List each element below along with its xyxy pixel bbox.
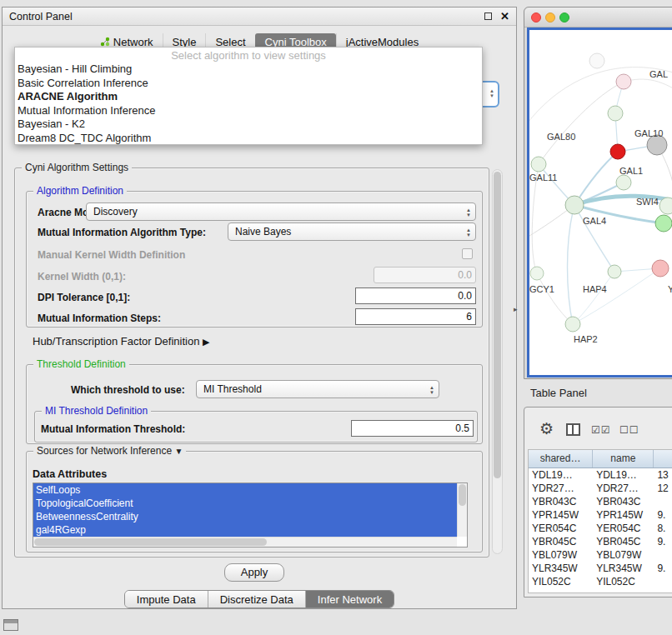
column-header-name[interactable]: name	[593, 450, 654, 468]
mi-threshold-field[interactable]	[351, 420, 474, 437]
table-row[interactable]: YIL052CYIL052C	[529, 575, 672, 588]
table-row[interactable]: YBR045CYBR045C9.	[529, 535, 672, 548]
table-row[interactable]: YDL19…YDL19…13	[529, 468, 672, 482]
network-node[interactable]	[655, 215, 672, 232]
table-cell: YLR345W	[529, 562, 593, 575]
table-row[interactable]: YLR345WYLR345W9.	[529, 562, 672, 575]
table-cell: YDL19…	[529, 468, 593, 482]
network-node-label: GCY1	[529, 284, 554, 294]
column-header-shared-name[interactable]: shared…	[529, 450, 593, 468]
combo-arrows-icon: ▲▼	[489, 88, 494, 98]
network-edge[interactable]	[574, 205, 614, 272]
table-row[interactable]: YPR145WYPR145W9.	[529, 508, 672, 522]
control-panel-titlebar[interactable]: Control Panel ✕	[3, 8, 516, 26]
table-cell	[654, 575, 672, 588]
algorithm-option[interactable]: Bayesian - K2	[15, 118, 482, 132]
combo-value: Discovery	[93, 206, 138, 218]
network-node[interactable]	[565, 317, 580, 332]
apply-button[interactable]: Apply	[224, 563, 284, 582]
network-node[interactable]	[616, 175, 631, 190]
sources-toggle[interactable]: Sources for Network Inference ▼	[33, 445, 186, 458]
table-row[interactable]: YBL079WYBL079W	[529, 548, 672, 562]
table-cell: YBL079W	[593, 548, 654, 562]
network-node-label: HAP4	[583, 284, 607, 294]
network-window-titlebar[interactable]	[524, 8, 672, 28]
network-node[interactable]	[608, 265, 621, 278]
minimize-traffic-light-icon[interactable]	[545, 12, 555, 22]
minimized-panel-icon[interactable]	[3, 619, 18, 631]
gear-icon[interactable]: ⚙	[539, 421, 554, 438]
table-cell	[654, 495, 672, 508]
network-node[interactable]	[608, 106, 623, 121]
table-row[interactable]: YER054CYER054C8.	[529, 522, 672, 535]
algorithm-option[interactable]: Basic Correlation Inference	[15, 77, 482, 91]
table-cell: YBR043C	[529, 495, 593, 508]
network-node[interactable]	[659, 198, 672, 214]
zoom-traffic-light-icon[interactable]	[559, 12, 569, 22]
network-node[interactable]	[652, 260, 669, 277]
table-cell: YPR145W	[593, 508, 654, 522]
table-cell: 9.	[654, 562, 672, 575]
clear-selection-icon[interactable]: ☐☐	[619, 424, 639, 436]
network-node-label: GAL11	[529, 172, 557, 182]
kernel-width-field[interactable]	[374, 267, 476, 283]
network-edge[interactable]	[568, 205, 575, 324]
float-window-icon[interactable]	[484, 12, 492, 20]
network-node[interactable]	[616, 74, 631, 89]
which-threshold-label: Which threshold to use:	[71, 384, 185, 396]
attribute-item-selected[interactable]: BetweennessCentrality	[33, 510, 457, 523]
select-all-icon[interactable]: ☑☑	[591, 424, 611, 436]
network-node-label: GAL1	[619, 166, 643, 176]
attribute-item-selected[interactable]: gal4RGexp	[33, 523, 457, 537]
manual-kernel-checkbox[interactable]	[462, 248, 473, 259]
algorithm-option[interactable]: Bayesian - Hill Climbing	[15, 62, 482, 77]
network-node-label: Y	[668, 284, 672, 294]
manual-kernel-label: Manual Kernel Width Definition	[38, 249, 185, 261]
table-cell: YDR27…	[529, 482, 593, 495]
table-row[interactable]: YDR27…YDR27…12	[529, 482, 672, 495]
network-node[interactable]	[530, 267, 544, 280]
table-row[interactable]: YBR043CYBR043C	[529, 495, 672, 508]
table-cell	[654, 548, 672, 562]
table-cell: 8.	[654, 522, 672, 535]
settings-scrollbar[interactable]	[492, 169, 503, 554]
table-panel-title: Table Panel	[530, 387, 587, 399]
algorithm-option[interactable]: Mutual Information Inference	[15, 104, 482, 118]
table-cell: YER054C	[593, 522, 654, 535]
network-edge[interactable]	[573, 272, 614, 324]
scrollbar-thumb[interactable]	[459, 484, 466, 506]
algorithm-option-selected[interactable]: ARACNE Algorithm	[15, 90, 482, 104]
network-node[interactable]	[531, 157, 546, 172]
mi-steps-field[interactable]	[355, 308, 476, 325]
network-node[interactable]	[565, 196, 584, 214]
close-traffic-light-icon[interactable]	[531, 12, 541, 22]
attribute-item-selected[interactable]: SelfLoops	[33, 483, 457, 497]
scrollbar-thumb[interactable]	[494, 172, 501, 478]
which-threshold-combo[interactable]: MI Threshold ▲▼	[196, 380, 439, 398]
dpi-tolerance-field[interactable]	[355, 288, 476, 304]
attribute-list-vscrollbar[interactable]	[457, 483, 467, 537]
network-canvas[interactable]: GALGAL80GAL10GAL11GAL1SWI4GAL4GCY1HAP4YH…	[527, 28, 672, 378]
close-icon[interactable]: ✕	[500, 10, 509, 22]
table-cell: YBR043C	[593, 495, 654, 508]
tab-impute-data[interactable]: Impute Data	[125, 591, 208, 608]
aracne-mode-combo[interactable]: Discovery ▲▼	[86, 202, 476, 221]
scrollbar-thumb[interactable]	[34, 538, 267, 546]
hub-definition-toggle[interactable]: Hub/Transcription Factor Definition ▶	[33, 336, 209, 348]
data-attributes-list: SelfLoops TopologicalCoefficient Between…	[33, 482, 468, 548]
add-column-icon[interactable]	[566, 423, 580, 436]
table-cell: 13	[654, 468, 672, 482]
mi-type-combo[interactable]: Naive Bayes ▲▼	[228, 222, 476, 241]
network-node-label: GAL10	[634, 128, 663, 138]
network-node[interactable]	[589, 53, 604, 68]
algorithm-option[interactable]: Dream8 DC_TDC Algorithm	[15, 132, 482, 146]
column-header-extra[interactable]	[654, 450, 672, 468]
attribute-list-hscrollbar[interactable]	[33, 537, 457, 547]
table-cell: YIL052C	[593, 575, 654, 588]
tab-infer-network[interactable]: Infer Network	[305, 591, 394, 608]
tab-discretize-data[interactable]: Discretize Data	[208, 591, 305, 608]
network-node[interactable]	[610, 144, 625, 159]
table-header: shared… name	[529, 450, 672, 468]
panel-splitter-arrow[interactable]: ▸	[514, 305, 518, 313]
attribute-item-selected[interactable]: TopologicalCoefficient	[33, 497, 457, 510]
